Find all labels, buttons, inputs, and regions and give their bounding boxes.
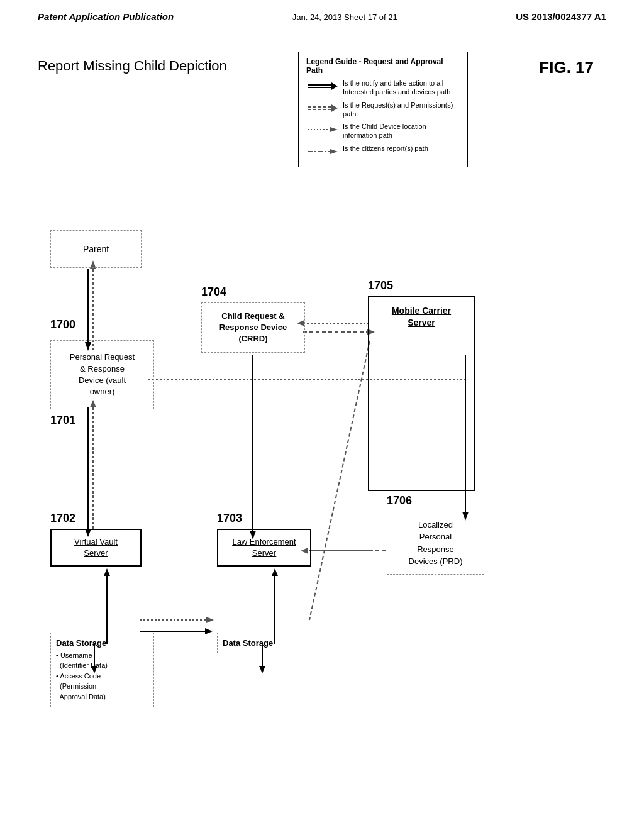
legend-item-3: Is the Child Device location information… [306,122,460,140]
legend-item-2: Is the Request(s) and Permission(s) path [306,101,460,119]
node-1706-label: LocalizedPersonalResponseDevices (PRD) [409,520,463,567]
datastorage-le: Data Storage [217,633,308,653]
node-1706-box: LocalizedPersonalResponseDevices (PRD) [387,512,484,575]
svg-marker-24 [205,628,213,634]
svg-marker-7 [330,127,338,132]
node-1702-num: 1702 [50,512,75,525]
svg-marker-2 [331,82,338,90]
legend-text-4: Is the citizens report(s) path [343,144,428,153]
diagram-area: Parent 1700 Personal Request& ResponseDe… [38,180,591,821]
diagram-svg [38,180,591,821]
node-1703-label: Law EnforcementServer [232,536,296,559]
datastorage-le-label: Data Storage [223,638,303,648]
svg-marker-40 [259,666,265,673]
node-1705-box: Mobile CarrierServer [368,296,475,491]
legend-line-1 [306,81,338,92]
node-1705-num: 1705 [368,279,393,292]
node-1703-box: Law EnforcementServer [217,529,311,567]
node-1703-num: 1703 [217,512,242,525]
svg-marker-42 [104,568,110,576]
svg-line-33 [309,341,370,620]
node-1701-label: Personal Request& ResponseDevice (vaulto… [70,351,135,397]
node-1701-num: 1701 [50,414,75,427]
svg-marker-44 [272,568,278,576]
node-1706-num: 1706 [387,494,412,507]
legend-box: Legend Guide - Request and Approval Path… [298,52,468,167]
legend-text-3: Is the Child Device location information… [343,122,460,140]
legend-text-2: Is the Request(s) and Permission(s) path [343,101,460,119]
node-1700-num: 1700 [50,318,75,331]
fig-label: FIG. 17 [539,58,594,77]
header-left: Patent Application Publication [38,11,174,22]
legend-line-3 [306,124,338,136]
datastorage-vv-label: Data Storage [56,638,148,648]
svg-marker-22 [206,617,214,623]
node-1702-box: Virtual VaultServer [50,529,142,567]
title-row: Report Missing Child Depiction Legend Gu… [38,58,606,167]
datastorage-vv-items: • Username (Identifier Data) • Access Co… [56,650,148,702]
datastorage-vv: Data Storage • Username (Identifier Data… [50,633,154,708]
legend-text-1: Is the notify and take action to all Int… [343,79,460,97]
svg-marker-9 [330,149,338,154]
header-right: US 2013/0024377 A1 [516,11,606,22]
main-content: Report Missing Child Depiction Legend Gu… [0,26,644,830]
legend-title: Legend Guide - Request and Approval Path [306,57,460,75]
legend-item-4: Is the citizens report(s) path [306,144,460,158]
page: Patent Application Publication Jan. 24, … [0,0,644,830]
node-1705-label: Mobile CarrierServer [392,305,451,329]
diagram-title: Report Missing Child Depiction [38,58,227,74]
node-1704-num: 1704 [201,285,226,299]
node-1700-label: Parent [83,244,109,254]
header: Patent Application Publication Jan. 24, … [0,0,644,26]
node-1702-label: Virtual VaultServer [74,536,118,559]
legend-line-4 [306,147,338,158]
header-center: Jan. 24, 2013 Sheet 17 of 21 [292,13,397,22]
node-1700-box: Parent [50,230,142,268]
node-1704-label: Child Request &Response Device(CRRD) [219,311,287,345]
svg-marker-5 [331,104,338,112]
legend-line-2 [306,103,338,114]
node-1701-box: Personal Request& ResponseDevice (vaulto… [50,340,154,409]
legend-item-1: Is the notify and take action to all Int… [306,79,460,97]
node-1704-box: Child Request &Response Device(CRRD) [201,302,305,353]
